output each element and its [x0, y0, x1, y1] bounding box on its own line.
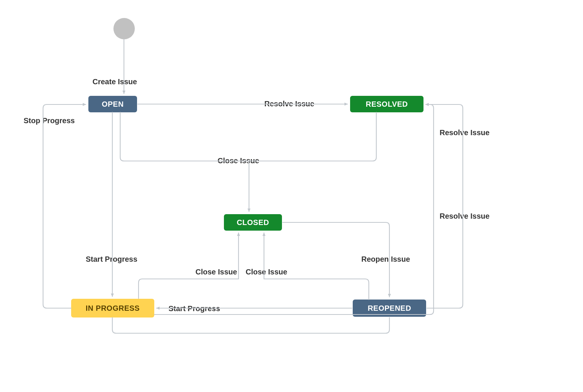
edges-svg	[0, 0, 583, 392]
edge-label-resolve-issue-right-upper: Resolve Issue	[440, 128, 489, 137]
edge-label-reopen-issue: Reopen Issue	[361, 255, 410, 264]
edge-label-start-progress-center: Start Progress	[168, 304, 220, 313]
workflow-diagram: OPEN RESOLVED CLOSED IN PROGRESS REOPENE…	[0, 0, 583, 392]
state-open-label: OPEN	[102, 100, 124, 109]
state-closed: CLOSED	[224, 214, 282, 231]
edge-label-close-issue-right: Close Issue	[246, 268, 287, 276]
state-in-progress-label: IN PROGRESS	[86, 304, 140, 313]
edge-label-stop-progress: Stop Progress	[24, 116, 75, 125]
state-resolved: RESOLVED	[350, 96, 423, 112]
state-reopened: REOPENED	[353, 300, 426, 317]
state-in-progress: IN PROGRESS	[71, 299, 154, 317]
edge-label-resolve-issue-top: Resolve Issue	[264, 100, 314, 108]
edge-label-close-issue-left: Close Issue	[195, 268, 237, 276]
state-resolved-label: RESOLVED	[366, 100, 408, 109]
state-closed-label: CLOSED	[237, 218, 269, 227]
edge-label-start-progress-left: Start Progress	[86, 255, 137, 264]
edge-label-resolve-issue-right-lower: Resolve Issue	[440, 212, 489, 221]
start-node-icon	[113, 18, 135, 39]
state-reopened-label: REOPENED	[368, 304, 411, 313]
edge-label-create-issue: Create Issue	[92, 78, 137, 86]
state-open: OPEN	[88, 96, 137, 112]
edge-label-close-issue-top: Close Issue	[218, 157, 259, 165]
